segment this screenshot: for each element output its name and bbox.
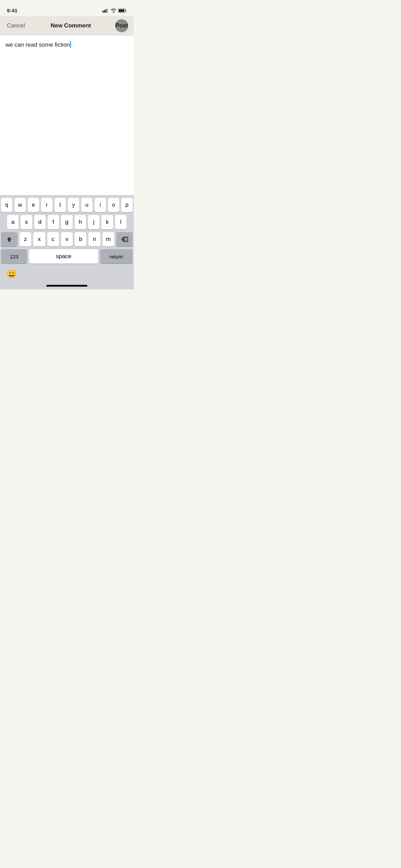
svg-rect-7	[119, 9, 124, 12]
key-i[interactable]: i	[95, 198, 106, 212]
post-button[interactable]: Post	[115, 19, 128, 32]
key-t[interactable]: t	[54, 198, 66, 212]
key-g[interactable]: g	[61, 215, 72, 229]
comment-text: we can read some fiction	[5, 41, 128, 49]
key-k[interactable]: k	[101, 215, 113, 229]
numbers-key[interactable]: 123	[1, 249, 27, 264]
svg-rect-1	[104, 10, 105, 13]
key-v[interactable]: v	[61, 232, 73, 246]
keyboard-row-3: z x c v b n m	[1, 232, 133, 246]
key-r[interactable]: r	[41, 198, 52, 212]
emoji-button[interactable]: 😀	[5, 268, 18, 280]
home-indicator	[46, 285, 87, 287]
battery-icon	[118, 9, 127, 13]
key-m[interactable]: m	[102, 232, 114, 246]
svg-rect-6	[126, 10, 127, 11]
text-cursor	[70, 41, 71, 48]
status-icons	[102, 9, 127, 13]
key-d[interactable]: d	[34, 215, 46, 229]
key-f[interactable]: f	[48, 215, 59, 229]
key-w[interactable]: w	[14, 198, 26, 212]
keyboard: q w e r t y u i o p a s d f g h j k l z …	[0, 195, 134, 289]
key-z[interactable]: z	[20, 232, 31, 246]
key-u[interactable]: u	[81, 198, 93, 212]
key-q[interactable]: q	[1, 198, 12, 212]
delete-icon	[121, 237, 128, 242]
keyboard-row-1: q w e r t y u i o p	[1, 198, 133, 212]
wifi-icon	[111, 9, 116, 13]
key-e[interactable]: e	[28, 198, 39, 212]
key-h[interactable]: h	[75, 215, 86, 229]
cancel-button[interactable]: Cancel	[5, 20, 26, 32]
space-key[interactable]: space	[29, 249, 98, 264]
shift-icon	[6, 236, 12, 242]
key-n[interactable]: n	[88, 232, 100, 246]
key-o[interactable]: o	[108, 198, 119, 212]
key-b[interactable]: b	[75, 232, 86, 246]
svg-rect-0	[102, 11, 104, 13]
key-y[interactable]: y	[68, 198, 79, 212]
key-a[interactable]: a	[7, 215, 19, 229]
status-time: 9:41	[7, 8, 17, 13]
key-p[interactable]: p	[121, 198, 133, 212]
keyboard-row-4: 123 space return	[1, 249, 133, 264]
svg-rect-2	[106, 9, 107, 13]
svg-rect-3	[107, 9, 108, 13]
shift-key[interactable]	[1, 232, 17, 246]
nav-title: New Comment	[50, 22, 91, 29]
signal-icon	[102, 9, 109, 13]
keyboard-row-2: a s d f g h j k l	[1, 215, 133, 229]
keyboard-bottom: 😀	[1, 266, 133, 283]
comment-area[interactable]: we can read some fiction	[0, 35, 134, 214]
key-c[interactable]: c	[47, 232, 59, 246]
key-l[interactable]: l	[115, 215, 126, 229]
delete-key[interactable]	[116, 232, 133, 246]
key-x[interactable]: x	[33, 232, 45, 246]
status-bar: 9:41	[0, 0, 134, 16]
key-j[interactable]: j	[88, 215, 99, 229]
return-key[interactable]: return	[100, 249, 133, 264]
nav-bar: Cancel New Comment Post	[0, 16, 134, 35]
key-s[interactable]: s	[21, 215, 32, 229]
